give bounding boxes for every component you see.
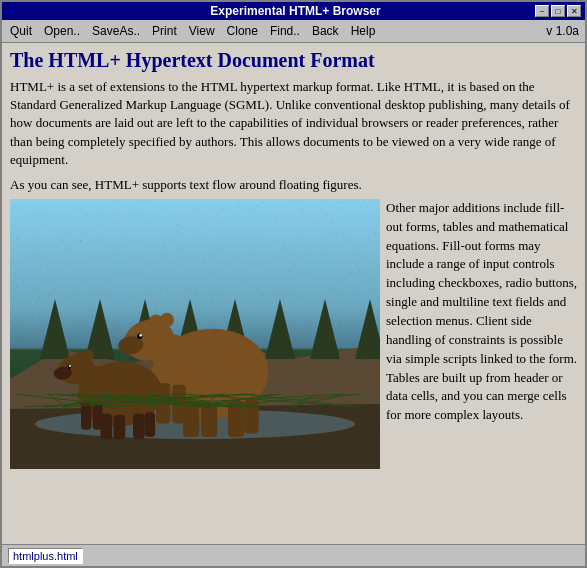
window-controls: − □ ✕ <box>535 5 581 17</box>
window-title: Experimental HTML+ Browser <box>56 4 535 18</box>
minimize-button[interactable]: − <box>535 5 549 17</box>
bear-image <box>10 199 380 469</box>
maximize-button[interactable]: □ <box>551 5 565 17</box>
menu-bar: Quit Open.. SaveAs.. Print View Clone Fi… <box>2 20 585 43</box>
menu-save-as[interactable]: SaveAs.. <box>86 22 146 40</box>
main-window: Experimental HTML+ Browser − □ ✕ Quit Op… <box>0 0 587 568</box>
menu-clone[interactable]: Clone <box>221 22 264 40</box>
status-bar: htmlplus.html <box>2 544 585 566</box>
menu-help[interactable]: Help <box>345 22 382 40</box>
menu-open[interactable]: Open.. <box>38 22 86 40</box>
status-filename: htmlplus.html <box>8 548 83 564</box>
content-area: The HTML+ Hypertext Document Format HTML… <box>2 43 585 544</box>
close-button[interactable]: ✕ <box>567 5 581 17</box>
intro-text: HTML+ is a set of extensions to the HTML… <box>10 78 577 169</box>
flow-section: Other major additions include fill-out f… <box>10 199 577 469</box>
page-title: The HTML+ Hypertext Document Format <box>10 49 577 72</box>
menu-items: Quit Open.. SaveAs.. Print View Clone Fi… <box>4 22 381 40</box>
title-bar: Experimental HTML+ Browser − □ ✕ <box>2 2 585 20</box>
menu-quit[interactable]: Quit <box>4 22 38 40</box>
menu-print[interactable]: Print <box>146 22 183 40</box>
flow-intro-text: As you can see, HTML+ supports text flow… <box>10 177 577 193</box>
menu-find[interactable]: Find.. <box>264 22 306 40</box>
menu-view[interactable]: View <box>183 22 221 40</box>
version-label: v 1.0a <box>546 24 583 38</box>
menu-back[interactable]: Back <box>306 22 345 40</box>
side-text: Other major additions include fill-out f… <box>386 199 577 469</box>
